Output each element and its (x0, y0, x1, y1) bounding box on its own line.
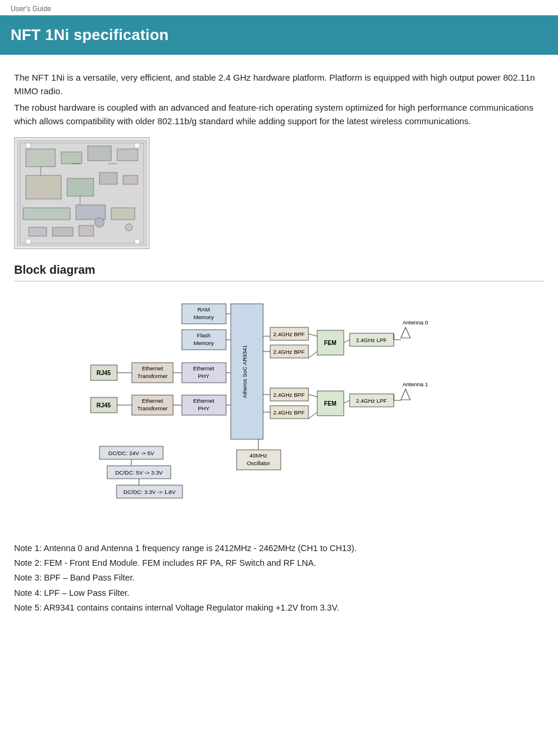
svg-rect-13 (29, 227, 46, 236)
block-diagram: RAM Memory Flash Memory Atheros SoC AR93… (14, 292, 544, 528)
svg-rect-7 (67, 178, 94, 196)
svg-rect-9 (123, 175, 138, 184)
note-4: Note 4: LPF – Low Pass Filter. (14, 586, 544, 600)
svg-rect-8 (99, 173, 117, 184)
svg-text:Antenna 1: Antenna 1 (403, 381, 428, 387)
intro-paragraph-2: The robust hardware is coupled with an a… (14, 101, 544, 128)
svg-rect-25 (26, 239, 31, 244)
svg-text:Transformer: Transformer (137, 373, 167, 379)
svg-text:PHY: PHY (198, 373, 210, 379)
title-bar: NFT 1Ni specification (0, 15, 558, 55)
svg-rect-6 (26, 175, 61, 199)
svg-line-84 (308, 394, 317, 397)
svg-marker-90 (401, 389, 410, 400)
note-3: Note 3: BPF – Band Pass Filter. (14, 571, 544, 585)
svg-text:Ethernet: Ethernet (142, 365, 163, 372)
svg-point-21 (125, 224, 132, 231)
svg-text:2.4GHz LPF: 2.4GHz LPF (356, 397, 387, 404)
svg-text:Atheros SoC AR9341: Atheros SoC AR9341 (241, 345, 248, 398)
svg-text:DC/DC: 24V -> 5V: DC/DC: 24V -> 5V (108, 450, 155, 456)
svg-text:RAM: RAM (197, 306, 210, 313)
svg-text:2.4GHz BPF: 2.4GHz BPF (273, 349, 305, 355)
svg-text:Transformer: Transformer (137, 405, 167, 412)
svg-text:RJ45: RJ45 (97, 370, 111, 376)
svg-rect-10 (23, 208, 70, 220)
svg-text:DC/DC: 3.3V -> 1.8V: DC/DC: 3.3V -> 1.8V (124, 489, 176, 495)
svg-text:2.4GHz LPF: 2.4GHz LPF (356, 337, 387, 343)
svg-rect-22 (26, 143, 31, 148)
svg-rect-14 (52, 227, 73, 236)
svg-line-67 (308, 352, 317, 358)
svg-line-85 (308, 412, 317, 419)
svg-rect-11 (76, 205, 105, 220)
svg-text:PHY: PHY (198, 405, 210, 412)
svg-rect-12 (111, 208, 135, 220)
breadcrumb: User's Guide (0, 0, 558, 15)
block-diagram-title: Block diagram (14, 261, 544, 281)
svg-text:FEM: FEM (324, 340, 336, 346)
svg-text:Ethernet: Ethernet (193, 365, 214, 372)
svg-text:Memory: Memory (194, 340, 214, 346)
svg-rect-3 (61, 152, 82, 164)
svg-text:2.4GHz BPF: 2.4GHz BPF (273, 392, 305, 398)
svg-marker-72 (401, 327, 410, 338)
svg-text:Ethernet: Ethernet (193, 397, 214, 404)
svg-text:2.4GHz BPF: 2.4GHz BPF (273, 409, 305, 416)
svg-rect-15 (79, 226, 94, 236)
svg-rect-23 (135, 143, 140, 148)
board-image (14, 137, 150, 249)
svg-line-66 (308, 334, 317, 336)
svg-text:RJ45: RJ45 (97, 402, 111, 409)
svg-rect-4 (88, 146, 111, 161)
svg-text:Flash: Flash (197, 332, 210, 339)
svg-text:FEM: FEM (324, 400, 336, 407)
note-2: Note 2: FEM - Front End Module. FEM incl… (14, 556, 544, 570)
note-5: Note 5: AR9341 contains contains interna… (14, 601, 544, 615)
svg-text:Memory: Memory (194, 314, 214, 320)
svg-text:Ethernet: Ethernet (142, 397, 163, 404)
note-1: Note 1: Antenna 0 and Antenna 1 frequenc… (14, 542, 544, 555)
svg-rect-2 (26, 149, 55, 167)
svg-rect-5 (117, 149, 138, 161)
intro-paragraph-1: The NFT 1Ni is a versatile, very efficie… (14, 71, 544, 98)
svg-text:2.4GHz BPF: 2.4GHz BPF (273, 331, 305, 337)
svg-text:Antenna 0: Antenna 0 (403, 319, 428, 326)
svg-text:Oscillator: Oscillator (247, 460, 270, 466)
page-title: NFT 1Ni specification (11, 24, 547, 47)
svg-text:DC/DC: 5V -> 3.3V: DC/DC: 5V -> 3.3V (115, 469, 163, 476)
notes-section: Note 1: Antenna 0 and Antenna 1 frequenc… (14, 542, 544, 615)
svg-point-20 (95, 218, 104, 227)
svg-text:40MHz: 40MHz (250, 452, 267, 459)
svg-rect-24 (135, 239, 140, 244)
svg-line-70 (344, 340, 350, 343)
svg-line-88 (344, 400, 350, 403)
